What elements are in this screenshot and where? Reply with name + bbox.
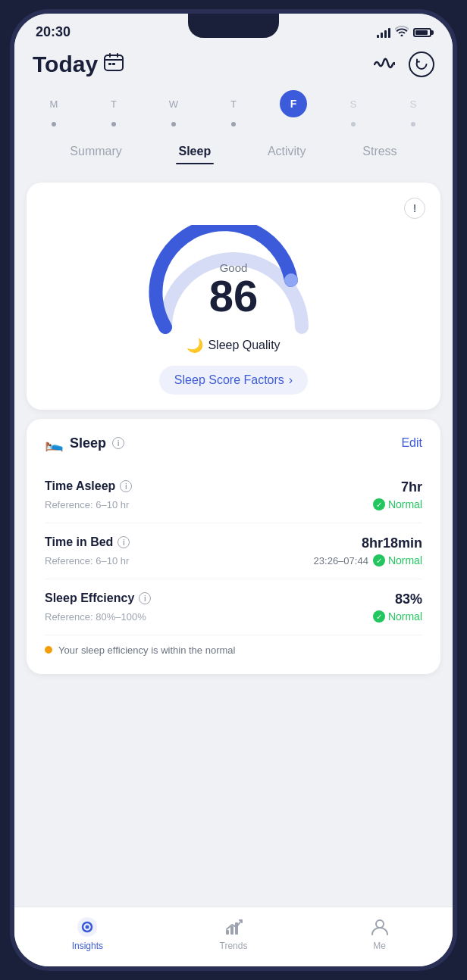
- trends-icon: [223, 916, 244, 938]
- time-asleep-info-icon[interactable]: i: [120, 480, 132, 492]
- status-time: 20:30: [36, 24, 71, 40]
- trends-label: Trends: [220, 941, 248, 951]
- svg-rect-8: [230, 926, 234, 935]
- sleep-efficiency-status: ✓ Normal: [373, 610, 422, 623]
- time-in-bed-reference: Reference: 6–10 hr: [45, 555, 129, 566]
- signal-icon: [377, 27, 390, 38]
- day-wednesday[interactable]: W: [155, 90, 192, 126]
- day-selector: M T W: [33, 90, 434, 126]
- status-icons: [377, 26, 431, 39]
- day-monday[interactable]: M: [36, 90, 72, 126]
- sleep-score-info-button[interactable]: !: [404, 198, 425, 219]
- svg-point-6: [86, 925, 89, 929]
- stats-title: 🛌 Sleep i: [45, 434, 124, 452]
- insights-label: Insights: [72, 941, 103, 951]
- check-icon-3: ✓: [373, 610, 385, 623]
- sleep-note: Your sleep efficiency is within the norm…: [45, 635, 422, 659]
- note-dot: [45, 646, 52, 654]
- time-asleep-status: ✓ Normal: [373, 498, 422, 510]
- sleep-stats-card: 🛌 Sleep i Edit Time Asleep i 7hr Referen…: [27, 419, 440, 674]
- calendar-icon[interactable]: [104, 53, 124, 76]
- tab-sleep[interactable]: Sleep: [176, 139, 215, 164]
- sleep-stats-info-icon[interactable]: i: [112, 437, 124, 449]
- wifi-icon: [395, 26, 409, 39]
- waveform-button[interactable]: [371, 51, 398, 78]
- sleep-efficiency-value: 83%: [395, 591, 422, 607]
- time-asleep-reference: Reference: 6–10 hr: [45, 499, 129, 510]
- svg-rect-2: [112, 63, 115, 65]
- svg-rect-1: [108, 63, 111, 65]
- sleep-score-value: 86: [209, 274, 259, 318]
- tab-summary[interactable]: Summary: [67, 139, 124, 164]
- sleep-person-icon: 🛌: [45, 434, 64, 452]
- sleep-score-factors-button[interactable]: Sleep Score Factors ›: [159, 366, 308, 395]
- me-label: Me: [373, 941, 386, 951]
- gauge-text: Good 86: [209, 261, 259, 318]
- sleep-efficiency-info-icon[interactable]: i: [139, 592, 151, 604]
- time-in-bed-value: 8hr18min: [362, 535, 422, 551]
- tab-bar: Summary Sleep Activity Stress: [33, 139, 434, 164]
- svg-rect-9: [235, 922, 238, 935]
- svg-point-10: [376, 920, 384, 928]
- day-sunday[interactable]: S: [395, 90, 431, 126]
- day-tuesday[interactable]: T: [96, 90, 132, 126]
- bottom-navigation: Insights Trends M: [14, 907, 453, 966]
- battery-icon: [413, 28, 431, 37]
- sleep-efficiency-reference: Reference: 80%–100%: [45, 611, 146, 623]
- time-in-bed-status: ✓ Normal: [373, 554, 422, 566]
- check-icon-2: ✓: [373, 554, 385, 566]
- main-content: Today: [14, 45, 453, 907]
- nav-insights[interactable]: Insights: [64, 916, 110, 951]
- header-actions: [371, 51, 434, 78]
- header: Today: [14, 45, 453, 173]
- tab-activity[interactable]: Activity: [265, 139, 309, 164]
- page-title: Today: [33, 51, 124, 77]
- day-friday[interactable]: F: [275, 90, 312, 126]
- time-asleep-value: 7hr: [401, 479, 422, 495]
- time-asleep-label: Time Asleep i: [45, 479, 132, 493]
- nav-trends[interactable]: Trends: [211, 916, 256, 951]
- tab-stress[interactable]: Stress: [359, 139, 400, 164]
- insights-icon: [77, 916, 98, 938]
- time-in-bed-row: Time in Bed i 8hr18min Reference: 6–10 h…: [45, 523, 422, 579]
- svg-rect-7: [226, 930, 229, 935]
- sleep-gauge: Good 86: [143, 225, 324, 331]
- edit-button[interactable]: Edit: [401, 436, 422, 450]
- gauge-container: Good 86 🌙 Sleep Quality Sleep Score Fact…: [42, 225, 425, 395]
- refresh-button[interactable]: [409, 51, 434, 77]
- sleep-efficiency-row: Sleep Effciency i 83% Reference: 80%–100…: [45, 579, 422, 635]
- sleep-score-card: ! Good 86: [27, 183, 440, 410]
- time-in-bed-info-icon[interactable]: i: [118, 536, 130, 548]
- day-thursday[interactable]: T: [215, 90, 252, 126]
- time-asleep-row: Time Asleep i 7hr Reference: 6–10 hr ✓ N…: [45, 467, 422, 523]
- svg-point-3: [284, 273, 298, 287]
- day-saturday[interactable]: S: [335, 90, 371, 126]
- time-in-bed-label: Time in Bed i: [45, 535, 130, 549]
- time-in-bed-time: 23:26–07:44: [314, 555, 368, 566]
- title-text: Today: [33, 51, 98, 77]
- me-icon: [369, 916, 390, 938]
- nav-me[interactable]: Me: [357, 916, 403, 951]
- sleep-efficiency-label: Sleep Effciency i: [45, 591, 151, 605]
- check-icon: ✓: [373, 498, 385, 510]
